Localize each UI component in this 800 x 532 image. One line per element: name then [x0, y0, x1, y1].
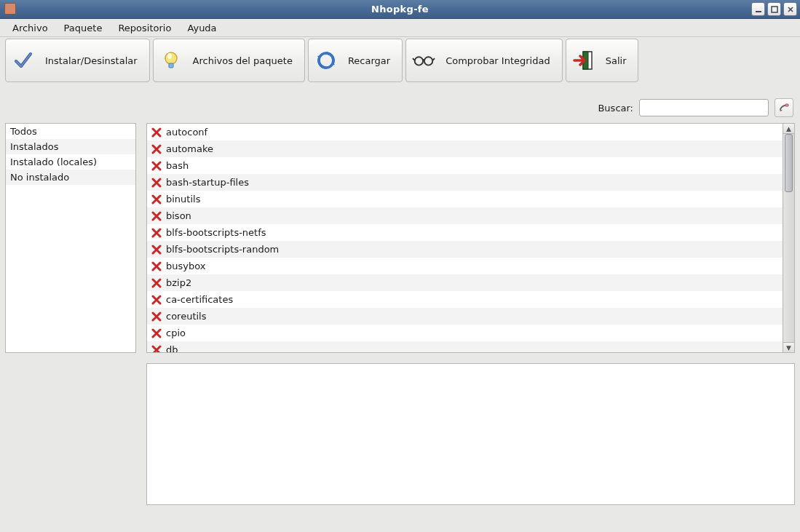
filter-sidebar[interactable]: Todos Instalados Instalado (locales) No … — [5, 123, 136, 353]
package-files-label: Archivos del paquete — [193, 55, 293, 66]
package-name: binutils — [166, 194, 200, 205]
not-installed-icon — [151, 278, 162, 288]
package-name: blfs-bootscripts-random — [166, 244, 279, 255]
package-row[interactable]: blfs-bootscripts-netfs — [147, 224, 783, 241]
scroll-down-button[interactable]: ▼ — [783, 342, 794, 352]
svg-point-5 — [415, 57, 423, 65]
package-name: db — [166, 344, 178, 353]
not-installed-icon — [151, 345, 162, 354]
package-list-scrollbar[interactable]: ▲ ▼ — [783, 123, 795, 353]
toolbar: Instalar/Desinstalar Archivos del paquet… — [5, 37, 795, 84]
not-installed-icon — [151, 194, 162, 205]
package-row[interactable]: binutils — [147, 191, 783, 207]
close-button[interactable] — [783, 2, 797, 16]
search-row: Buscar: — [5, 84, 795, 123]
package-row[interactable]: db — [147, 341, 783, 353]
not-installed-icon — [151, 311, 162, 322]
package-row[interactable]: bash — [147, 157, 783, 174]
not-installed-icon — [151, 328, 162, 338]
refresh-icon — [314, 49, 338, 72]
package-row[interactable]: blfs-bootscripts-random — [147, 241, 783, 258]
not-installed-icon — [151, 245, 162, 255]
package-name: bzip2 — [166, 277, 191, 288]
filter-item-instalado-locales[interactable]: Instalado (locales) — [6, 154, 135, 170]
not-installed-icon — [151, 144, 162, 154]
package-name: automake — [166, 143, 213, 154]
not-installed-icon — [151, 295, 162, 305]
reload-button[interactable]: Recargar — [308, 39, 403, 82]
search-input[interactable] — [639, 99, 769, 116]
svg-rect-4 — [169, 63, 173, 68]
filter-item-instalados[interactable]: Instalados — [6, 139, 135, 154]
menu-ayuda[interactable]: Ayuda — [179, 20, 224, 36]
minimize-button[interactable] — [751, 2, 765, 16]
svg-point-6 — [424, 57, 432, 65]
check-integrity-button[interactable]: Comprobar Integridad — [405, 39, 563, 82]
package-name: bash-startup-files — [166, 177, 249, 188]
clear-search-button[interactable] — [775, 98, 793, 117]
lightbulb-icon — [159, 49, 183, 72]
package-row[interactable]: bison — [147, 207, 783, 224]
menu-repositorio[interactable]: Repositorio — [110, 20, 179, 36]
menu-archivo[interactable]: Archivo — [4, 20, 56, 36]
svg-rect-1 — [772, 7, 777, 12]
window-controls — [751, 2, 797, 16]
svg-rect-9 — [785, 104, 788, 106]
exit-label: Salir — [606, 55, 627, 66]
clear-icon — [778, 102, 790, 114]
not-installed-icon — [151, 127, 162, 138]
package-row[interactable]: bzip2 — [147, 274, 783, 291]
maximize-button[interactable] — [767, 2, 781, 16]
not-installed-icon — [151, 261, 162, 271]
package-list[interactable]: autoconf automake bash bash-startup-file… — [146, 123, 783, 353]
not-installed-icon — [151, 178, 162, 188]
app-icon — [4, 3, 16, 15]
package-name: blfs-bootscripts-netfs — [166, 227, 266, 238]
svg-rect-0 — [756, 11, 761, 12]
package-files-button[interactable]: Archivos del paquete — [153, 39, 305, 82]
not-installed-icon — [151, 228, 162, 238]
check-icon — [12, 49, 35, 72]
not-installed-icon — [151, 161, 162, 171]
not-installed-icon — [151, 211, 162, 221]
window-titlebar: Nhopkg-fe — [0, 0, 800, 19]
search-label: Buscar: — [598, 103, 633, 114]
package-row[interactable]: coreutils — [147, 308, 783, 325]
package-row[interactable]: ca-certificates — [147, 291, 783, 308]
package-name: autoconf — [166, 127, 207, 138]
exit-icon — [572, 49, 595, 72]
package-name: cpio — [166, 327, 186, 338]
filter-item-no-instalado[interactable]: No instalado — [6, 170, 135, 185]
glasses-icon — [412, 49, 435, 72]
package-row[interactable]: cpio — [147, 325, 783, 341]
filter-item-todos[interactable]: Todos — [6, 124, 135, 139]
package-row[interactable]: automake — [147, 140, 783, 157]
menu-paquete[interactable]: Paquete — [56, 20, 111, 36]
reload-label: Recargar — [348, 55, 390, 66]
menubar: Archivo Paquete Repositorio Ayuda — [0, 19, 800, 37]
package-row[interactable]: busybox — [147, 258, 783, 274]
install-uninstall-label: Instalar/Desinstalar — [45, 55, 138, 66]
package-name: busybox — [166, 261, 205, 271]
svg-point-3 — [167, 53, 172, 59]
package-name: ca-certificates — [166, 294, 233, 305]
package-detail-pane[interactable] — [146, 363, 795, 505]
scroll-thumb[interactable] — [785, 134, 793, 192]
package-row[interactable]: autoconf — [147, 124, 783, 140]
package-name: coreutils — [166, 311, 207, 322]
exit-button[interactable]: Salir — [566, 39, 639, 82]
scroll-up-button[interactable]: ▲ — [783, 124, 794, 134]
check-integrity-label: Comprobar Integridad — [445, 55, 550, 66]
package-name: bison — [166, 210, 191, 221]
package-row[interactable]: bash-startup-files — [147, 174, 783, 191]
window-title: Nhopkg-fe — [371, 4, 429, 15]
install-uninstall-button[interactable]: Instalar/Desinstalar — [5, 39, 150, 82]
package-name: bash — [166, 160, 189, 171]
